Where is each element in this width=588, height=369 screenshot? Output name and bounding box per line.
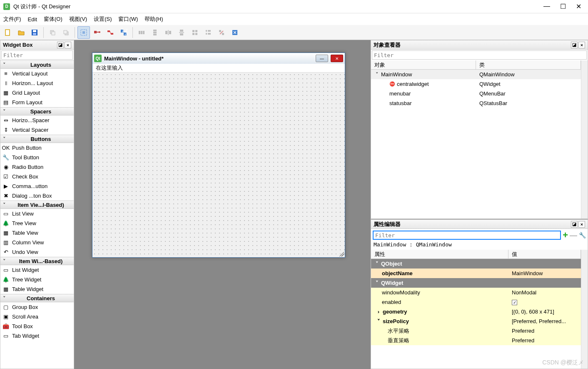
prop-value[interactable]: Preferred	[508, 328, 581, 334]
widget-item[interactable]: ▶Comma...utton	[0, 181, 74, 191]
widget-item[interactable]: ▭Tab Widget	[0, 331, 74, 341]
form-titlebar[interactable]: Qt MainWindow - untitled* — ✕	[92, 53, 345, 64]
widget-item[interactable]: ◉Radio Button	[0, 162, 74, 172]
prop-value[interactable]: [Preferred, Preferred...	[508, 318, 581, 324]
widget-item[interactable]: ▭List View	[0, 209, 74, 218]
form-client-area[interactable]	[92, 72, 345, 257]
tree-row[interactable]: menubarQMenuBar	[371, 89, 581, 98]
prop-value[interactable]: MainWindow	[508, 270, 581, 276]
dock-button[interactable]: ◪	[571, 221, 578, 228]
widget-item[interactable]: ≡Vertical Layout	[0, 69, 74, 78]
object-tree[interactable]: 对象 类 ˅MainWindowQMainWindow⛔centralwidge…	[371, 60, 588, 218]
menu-form[interactable]: 窗体(O)	[44, 15, 62, 23]
widget-box-filter[interactable]	[1, 50, 73, 60]
widget-group-header[interactable]: ˅Buttons	[0, 135, 74, 143]
layout-v-button[interactable]	[149, 26, 161, 39]
edit-buddies-button[interactable]	[104, 26, 117, 39]
prop-value[interactable]: [(0, 0), 608 x 471]	[508, 309, 581, 315]
widget-item[interactable]: 🌲Tree View	[0, 218, 74, 228]
layout-form-button[interactable]	[202, 26, 214, 39]
add-property-button[interactable]: +	[563, 230, 568, 241]
new-file-button[interactable]	[2, 26, 14, 39]
menu-settings[interactable]: 设置(S)	[94, 15, 112, 23]
prop-value[interactable]: Preferred	[508, 337, 581, 344]
resize-handle-icon[interactable]	[339, 251, 344, 256]
form-menu-placeholder[interactable]: 在这里输入	[96, 64, 123, 72]
widget-group-header[interactable]: ˅Item Wi...-Based)	[0, 257, 74, 265]
widget-group-header[interactable]: ˅Containers	[0, 294, 74, 302]
close-panel-button[interactable]: ×	[578, 42, 585, 48]
minimize-button[interactable]: —	[543, 3, 550, 10]
layout-vsplit-button[interactable]	[175, 26, 188, 39]
form-window[interactable]: Qt MainWindow - untitled* — ✕ 在这里输入	[92, 53, 345, 258]
edit-widgets-button[interactable]	[77, 26, 90, 39]
dock-button[interactable]: ◪	[57, 42, 64, 48]
widget-item[interactable]: ▦Table Widget	[0, 284, 74, 294]
layout-grid-button[interactable]	[189, 26, 201, 39]
dock-button[interactable]: ◪	[571, 42, 578, 48]
bring-front-button[interactable]	[60, 26, 72, 39]
prop-value[interactable]: NonModal	[508, 289, 581, 296]
menu-file[interactable]: 文件(F)	[3, 15, 21, 23]
break-layout-button[interactable]	[215, 26, 228, 39]
send-back-button[interactable]	[46, 26, 59, 39]
prop-row[interactable]: 垂直策略Preferred	[371, 336, 581, 345]
prop-row[interactable]: ˅sizePolicy[Preferred, Preferred...	[371, 316, 581, 326]
open-file-button[interactable]	[15, 26, 27, 39]
scrollbar[interactable]	[581, 250, 588, 369]
prop-row[interactable]: ›geometry[(0, 0), 608 x 471]	[371, 307, 581, 316]
close-panel-button[interactable]: ×	[578, 221, 585, 228]
close-button[interactable]: ✕	[576, 3, 581, 10]
widget-item[interactable]: ⇔Horizo...Spacer	[0, 115, 74, 125]
prop-row[interactable]: 水平策略Preferred	[371, 326, 581, 336]
widget-item[interactable]: ▭List Widget	[0, 265, 74, 275]
widget-item[interactable]: ☑Check Box	[0, 172, 74, 181]
menu-edit[interactable]: Edit	[28, 16, 37, 23]
widget-group-header[interactable]: ˅Spacers	[0, 107, 74, 115]
widget-item[interactable]: OKPush Button	[0, 143, 74, 153]
edit-tab-order-button[interactable]: 123	[117, 26, 130, 39]
widget-item[interactable]: ▣Scroll Area	[0, 312, 74, 321]
prop-value[interactable]: ✓	[508, 299, 581, 305]
prop-group-row[interactable]: ˅QObject	[371, 259, 581, 269]
edit-signals-button[interactable]	[91, 26, 103, 39]
adjust-size-button[interactable]	[229, 26, 241, 39]
chevron-icon[interactable]: ˅	[376, 318, 381, 324]
tree-col-class[interactable]: 类	[476, 60, 581, 69]
tree-col-object[interactable]: 对象	[371, 60, 476, 69]
widget-item[interactable]: ✖Dialog ...ton Box	[0, 191, 74, 201]
prop-group-row[interactable]: ˅QWidget	[371, 278, 581, 288]
menu-window[interactable]: 窗口(W)	[118, 15, 138, 23]
prop-row[interactable]: windowModalityNonModal	[371, 288, 581, 297]
property-filter[interactable]	[373, 231, 561, 240]
widget-group-header[interactable]: ˅Item Vie...l-Based)	[0, 201, 74, 209]
widget-item[interactable]: ↶Undo View	[0, 247, 74, 257]
layout-hsplit-button[interactable]	[162, 26, 174, 39]
widget-box-tree[interactable]: ˅Layouts≡Vertical Layout⦀Horizon... Layo…	[0, 60, 74, 369]
widget-item[interactable]: ▤Form Layout	[0, 98, 74, 107]
form-minimize-button[interactable]: —	[316, 55, 328, 62]
scrollbar[interactable]	[581, 60, 588, 218]
checkbox-icon[interactable]: ✓	[512, 300, 517, 305]
form-menubar[interactable]: 在这里输入	[92, 64, 345, 72]
maximize-button[interactable]: ☐	[560, 3, 566, 10]
widget-item[interactable]: ⦀Horizon... Layout	[0, 78, 74, 88]
save-button[interactable]	[28, 26, 41, 39]
form-close-button[interactable]: ✕	[331, 55, 343, 62]
chevron-down-icon[interactable]: ˅	[374, 261, 379, 267]
widget-item[interactable]: ▢Group Box	[0, 302, 74, 312]
property-table[interactable]: 属性 值 ˅QObjectobjectNameMainWindow˅QWidge…	[371, 250, 588, 369]
widget-item[interactable]: ⇕Vertical Spacer	[0, 125, 74, 135]
tree-row[interactable]: statusbarQStatusBar	[371, 98, 581, 108]
chevron-icon[interactable]: ›	[376, 309, 381, 315]
design-canvas[interactable]: Qt MainWindow - untitled* — ✕ 在这里输入	[74, 40, 371, 369]
widget-item[interactable]: ▦Table View	[0, 228, 74, 238]
widget-item[interactable]: ▦Grid Layout	[0, 88, 74, 98]
widget-item[interactable]: 🌲Tree Widget	[0, 275, 74, 284]
widget-item[interactable]: 🧰Tool Box	[0, 321, 74, 331]
widget-item[interactable]: ▥Column View	[0, 238, 74, 247]
menu-view[interactable]: 视图(V)	[69, 15, 87, 23]
tree-row[interactable]: ⛔centralwidgetQWidget	[371, 79, 581, 89]
widget-item[interactable]: 🔧Tool Button	[0, 153, 74, 162]
prop-col-name[interactable]: 属性	[371, 250, 508, 259]
